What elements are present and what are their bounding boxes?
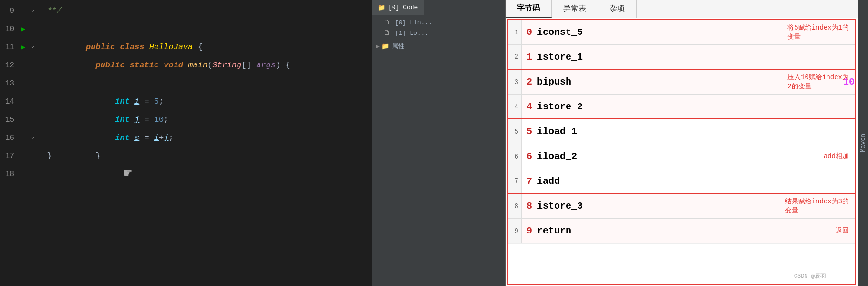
- bc-index: 5: [522, 126, 537, 137]
- tab-misc[interactable]: 杂项: [598, 0, 637, 18]
- tab-exception-table[interactable]: 异常表: [552, 0, 598, 18]
- file-icon: 🗋: [383, 19, 393, 26]
- code-lines: 9 ▿ **/ 10 ▶ public class HelloJava { 11…: [0, 0, 372, 183]
- code-line-13: 13 int i = 5;: [0, 74, 372, 93]
- panel-tabs: 📁 [0] Code: [372, 0, 505, 15]
- bc-annotation: add相加: [824, 152, 849, 160]
- bc-row-8: 8 8 istore_3 结果赋给index为3的变量: [508, 194, 855, 219]
- bc-annotation: 压入10赋给index为2的变量: [787, 73, 849, 90]
- tab-code[interactable]: 📁 [0] Code: [372, 0, 424, 15]
- bc-row-9: 9 9 return 返回: [508, 219, 855, 244]
- code-line-16: 16 ▿ } ☛: [0, 129, 372, 147]
- bc-index: 4: [522, 101, 537, 112]
- line-number: 11: [0, 38, 18, 56]
- bc-index: 2: [522, 76, 537, 87]
- maven-sidebar[interactable]: Maven: [858, 0, 868, 286]
- bc-instruction: return: [537, 225, 855, 236]
- line-fold[interactable]: ▿: [29, 38, 37, 56]
- line-number: 16: [0, 129, 18, 147]
- bc-linenum: 1: [508, 20, 522, 44]
- line-number: 14: [0, 93, 18, 111]
- bc-linenum: 9: [508, 219, 522, 243]
- csdn-watermark: CSDN @辰羽: [794, 272, 826, 280]
- folder-icon: 📁: [382, 42, 389, 50]
- line-number: 13: [0, 74, 18, 93]
- bc-index: 8: [522, 201, 537, 212]
- line-content: **/: [37, 2, 372, 20]
- bc-index: 6: [522, 151, 537, 162]
- bc-row-7: 7 7 iadd: [508, 169, 855, 194]
- bc-instruction: istore_2: [537, 101, 855, 112]
- bc-linenum: 8: [508, 194, 522, 218]
- bc-row-2: 2 1 istore_1: [508, 45, 855, 70]
- code-line-10: 10 ▶ public class HelloJava {: [0, 20, 372, 38]
- code-line-11: 11 ▶ ▿ public static void main(String[] …: [0, 38, 372, 56]
- line-number: 17: [0, 147, 18, 165]
- code-line-14: 14 int j = 10;: [0, 93, 372, 111]
- bc-annotation: 结果赋给index为3的变量: [785, 197, 849, 214]
- line-fold[interactable]: ▿: [29, 129, 37, 147]
- file-tree-panel: 📁 [0] Code 🗋 [0] Lin... 🗋 [1] Lo... ▶ 📁 …: [372, 0, 506, 286]
- line-number: 18: [0, 165, 18, 183]
- bc-row-1: 1 0 iconst_5 将5赋给index为1的变量: [508, 20, 855, 45]
- bc-row-3: 3 2 bipush 10 压入10赋给index为2的变量: [508, 70, 855, 95]
- line-arrow[interactable]: ▶: [18, 20, 29, 38]
- line-number: 12: [0, 56, 18, 74]
- bc-annotation: 将5赋给index为1的变量: [787, 23, 849, 41]
- line-arrow[interactable]: ▶: [18, 38, 29, 56]
- bc-linenum: 7: [508, 169, 522, 193]
- maven-label: Maven: [859, 134, 867, 152]
- line-fold[interactable]: ▿: [29, 2, 37, 20]
- bc-instruction: istore_1: [537, 52, 855, 63]
- code-line-17: 17 }: [0, 147, 372, 165]
- code-line-18: 18: [0, 165, 372, 183]
- bc-linenum: 5: [508, 119, 522, 144]
- line-number: 15: [0, 111, 18, 129]
- tab-bytecode[interactable]: 字节码: [506, 0, 552, 18]
- bc-instruction: iload_2: [537, 151, 855, 162]
- bc-index: 9: [522, 225, 537, 236]
- code-line-9: 9 ▿ **/: [0, 2, 372, 20]
- bytecode-table: 1 0 iconst_5 将5赋给index为1的变量 2 1 istore_1…: [507, 19, 856, 285]
- line-number: 9: [0, 2, 18, 20]
- bc-annotation: 返回: [836, 226, 849, 235]
- bc-linenum: 6: [508, 144, 522, 169]
- chevron-right-icon: ▶: [376, 42, 380, 50]
- bc-index: 7: [522, 176, 537, 187]
- bc-instruction: iadd: [537, 176, 855, 187]
- code-line-15: 15 int s = i+j;: [0, 111, 372, 129]
- tree-item-lo[interactable]: 🗋 [1] Lo...: [372, 28, 505, 38]
- bc-instruction: iload_1: [537, 126, 855, 137]
- bc-row-6: 6 6 iload_2 add相加: [508, 144, 855, 169]
- line-number: 10: [0, 20, 18, 38]
- line-content: }: [37, 147, 372, 165]
- bc-index: 1: [522, 52, 537, 63]
- bytecode-panel: 字节码 异常表 杂项 1 0 iconst_5 将5赋给index为1的变量 2…: [506, 0, 858, 286]
- file-icon: 🗋: [383, 29, 393, 37]
- bc-row-5: 5 5 iload_1: [508, 119, 855, 144]
- bc-linenum: 4: [508, 95, 522, 118]
- tree-section: 🗋 [0] Lin... 🗋 [1] Lo...: [372, 15, 505, 40]
- attr-section[interactable]: ▶ 📁 属性: [372, 40, 505, 53]
- bc-row-4: 4 4 istore_2: [508, 95, 855, 119]
- code-line-12: 12: [0, 56, 372, 74]
- bytecode-header: 字节码 异常表 杂项: [506, 0, 858, 18]
- bc-linenum: 3: [508, 70, 522, 94]
- bc-index: 0: [522, 27, 537, 38]
- tree-item-lin[interactable]: 🗋 [0] Lin...: [372, 17, 505, 28]
- code-editor: 9 ▿ **/ 10 ▶ public class HelloJava { 11…: [0, 0, 372, 286]
- bc-linenum: 2: [508, 45, 522, 69]
